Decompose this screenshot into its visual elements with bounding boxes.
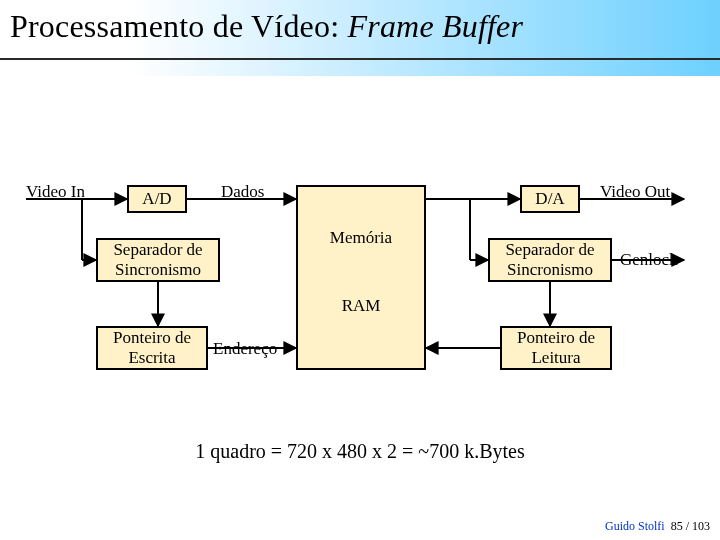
footer-author: Guido Stolfi — [605, 519, 665, 533]
text-sep-sinc-right: Separador de Sincronismo — [490, 240, 610, 279]
title-band: Processamento de Vídeo: Frame Buffer — [0, 0, 720, 76]
text-ponteiro-leitura: Ponteiro de Leitura — [502, 328, 610, 367]
label-video-out: Video Out — [600, 182, 670, 202]
label-genlock: Genlock — [620, 250, 678, 270]
box-da: D/A — [520, 185, 580, 213]
title-italic: Frame Buffer — [347, 8, 523, 44]
text-ponteiro-escrita: Ponteiro de Escrita — [98, 328, 206, 367]
label-memoria: Memória — [296, 228, 426, 248]
footer: Guido Stolfi 85 / 103 — [605, 519, 710, 534]
page-title: Processamento de Vídeo: Frame Buffer — [10, 8, 523, 45]
box-ad: A/D — [127, 185, 187, 213]
label-endereco: Endereço — [213, 339, 277, 359]
box-sep-sinc-right: Separador de Sincronismo — [488, 238, 612, 282]
text-sep-sinc-left: Separador de Sincronismo — [98, 240, 218, 279]
label-dados: Dados — [221, 182, 264, 202]
label-video-in: Video In — [26, 182, 85, 202]
box-sep-sinc-left: Separador de Sincronismo — [96, 238, 220, 282]
box-memory — [296, 185, 426, 370]
label-ram: RAM — [296, 296, 426, 316]
title-underline — [0, 58, 720, 60]
title-plain: Processamento de Vídeo: — [10, 8, 347, 44]
box-ponteiro-escrita: Ponteiro de Escrita — [96, 326, 208, 370]
footer-page: 85 / 103 — [671, 519, 710, 533]
caption: 1 quadro = 720 x 480 x 2 = ~700 k.Bytes — [0, 440, 720, 463]
box-ponteiro-leitura: Ponteiro de Leitura — [500, 326, 612, 370]
